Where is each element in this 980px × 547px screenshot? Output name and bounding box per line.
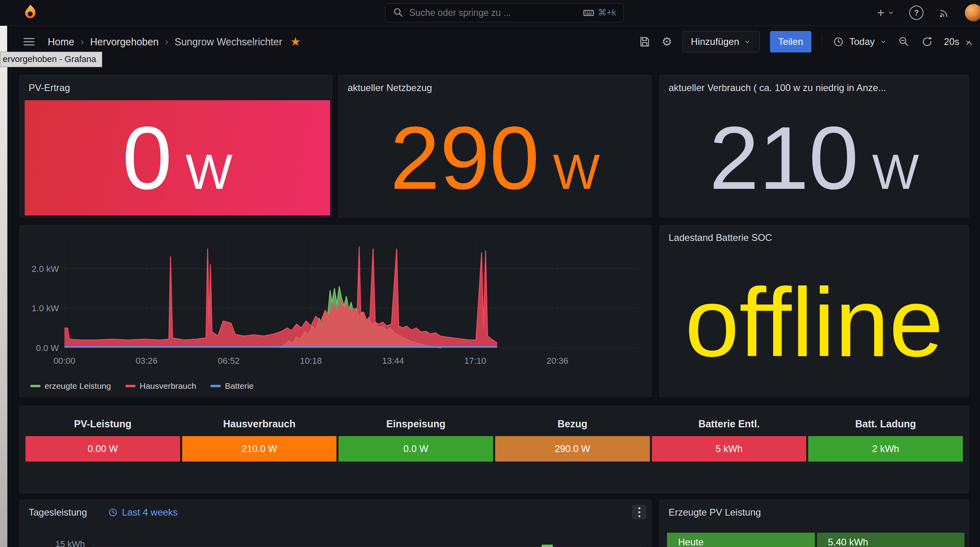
svg-text:17:10: 17:10 [464,356,486,366]
svg-text:13:44: 13:44 [382,356,404,366]
nav-actions: ⚙ Hinzufügen Teilen Today [638,31,972,52]
refresh-button[interactable] [921,35,933,48]
search-icon [393,7,404,19]
svg-text:06:52: 06:52 [218,356,240,366]
legend-item[interactable]: Hausverbrauch [125,381,196,391]
dashboard-nav-bar: Home›Hervorgehoben›Sungrow Wechselrichte… [7,25,980,58]
table-header-row: PV-LeistungHausverbrauchEinspeisungBezug… [25,418,963,430]
table-value-row: 0.00 W210.0 W0.0 W290.0 W5 kWh2 kWh [25,436,963,462]
panel-title[interactable]: aktueller Netzbezug [339,76,651,93]
panel-tagesleistung: Tagesleistung Last 4 weeks 15 kWh [19,500,651,547]
gear-icon: ⚙ [661,36,672,48]
background-window-edge [0,25,8,547]
panel-netzbezug: aktueller Netzbezug 290W [338,75,651,217]
table-column-header: Hausverbrauch [182,418,337,430]
y-axis-tick-label: 15 kWh [55,539,85,547]
table-column-header: Bezug [495,418,650,430]
table-value-cell: 290.0 W [495,436,650,462]
save-icon [638,35,651,48]
svg-text:20:36: 20:36 [546,356,568,366]
svg-text:03:26: 03:26 [136,356,158,366]
svg-text:00:00: 00:00 [53,356,75,366]
legend-swatch [125,385,136,387]
panel-title[interactable]: Tagesleistung [20,500,96,518]
refresh-icon [921,35,933,48]
favorite-star-icon[interactable]: ★ [290,36,301,48]
chart-legend: erzeugte LeistungHausverbrauchBatterie [30,381,254,391]
panel-menu-button[interactable] [632,505,646,519]
panel-batterie-soc: Ladestand Batterie SOC offline [659,225,969,397]
svg-text:10:18: 10:18 [300,356,322,366]
news-button[interactable] [938,6,951,19]
top-bar: Suche oder springe zu ... ⌘+k + ? [0,0,980,26]
stat-value: 0W [122,113,232,203]
top-bar-actions: + ? [877,0,976,25]
table-value-cell: 210.0 W [182,436,337,462]
row-label-cell: Heute [667,533,815,547]
rss-icon [938,6,951,19]
legend-swatch [30,385,41,387]
table-value-cell: 2 kWh [808,436,963,462]
table-column-header: Batterie Entl. [652,418,807,430]
table-column-header: Batt. Ladung [808,418,963,430]
timeseries-chart[interactable]: 0.0 W1.0 kW2.0 kW00:0003:2606:5210:1813:… [20,225,651,396]
table-column-header: PV-Leistung [25,418,180,430]
table-value-cell: 0.00 W [25,436,180,462]
time-range-picker[interactable]: Today [832,36,887,48]
breadcrumb-item[interactable]: Hervorgehoben [90,36,159,48]
plus-icon: + [877,6,885,19]
share-button[interactable]: Teilen [770,31,812,52]
panel-verbrauch: aktueller Verbrauch ( ca. 100 w zu niedr… [659,75,969,217]
panel-pv-ertrag: PV-Ertrag 0W [19,75,332,217]
user-avatar[interactable] [965,4,980,21]
chevron-up-icon [964,38,974,48]
add-panel-button[interactable]: Hinzufügen [682,31,759,52]
breadcrumb: Home›Hervorgehoben›Sungrow Wechselrichte… [48,36,282,48]
table-value-cell: 5 kWh [652,436,807,462]
stat-value: offline [685,274,943,371]
help-button[interactable]: ? [909,6,924,20]
legend-swatch [210,385,221,387]
chevron-down-icon [887,9,895,17]
chevron-down-icon [879,38,887,46]
search-shortcut: ⌘+k [583,7,616,19]
stat-value: 290W [390,113,600,203]
breadcrumb-item[interactable]: Home [48,36,74,48]
search-input[interactable]: Suche oder springe zu ... ⌘+k [385,3,624,22]
keyboard-icon [583,7,595,19]
add-menu-button[interactable]: + [877,6,895,19]
clock-icon [832,36,844,48]
save-dashboard-button[interactable] [638,35,651,48]
breadcrumb-separator: › [81,36,84,47]
svg-text:2.0 kW: 2.0 kW [32,264,59,274]
breadcrumb-separator: › [165,36,168,47]
zoom-out-button[interactable] [898,35,910,48]
panel-timeseries: 0.0 W1.0 kW2.0 kW00:0003:2606:5210:1813:… [19,225,651,397]
search-placeholder: Suche oder springe zu ... [409,8,578,18]
zoom-out-icon [898,35,910,48]
browser-tab-tooltip: ervorgehoben - Grafana [0,52,102,67]
clock-icon [108,507,118,518]
panel-title[interactable]: Erzeugte PV Leistung [660,500,968,518]
stat-background: 0W [25,100,330,215]
row-value-cell: 5.40 kWh [817,533,965,547]
panel-time-range-link[interactable]: Last 4 weeks [108,507,178,518]
dashboard-settings-button[interactable]: ⚙ [661,36,672,48]
menu-toggle-button[interactable] [22,35,36,48]
stat-value: 210W [709,113,919,203]
collapse-top-button[interactable] [964,38,974,50]
grafana-logo-icon[interactable] [21,4,40,22]
hamburger-icon [22,35,36,48]
breadcrumb-item[interactable]: Sungrow Wechselrichter [175,36,282,48]
panel-title[interactable]: PV-Ertrag [20,76,332,93]
legend-item[interactable]: erzeugte Leistung [30,381,111,391]
panel-title[interactable]: Ladestand Batterie SOC [660,225,968,243]
svg-text:0.0 W: 0.0 W [36,343,59,353]
grafana-window: Suche oder springe zu ... ⌘+k + ? [0,0,980,547]
legend-item[interactable]: Batterie [210,381,253,391]
bar-fragment [542,545,553,547]
legend-label: erzeugte Leistung [45,381,111,391]
panel-erzeugte-pv: Erzeugte PV Leistung Heute5.40 kWh [659,500,969,547]
panel-title[interactable]: aktueller Verbrauch ( ca. 100 w zu niedr… [660,76,968,93]
table-column-header: Einspeisung [338,418,493,430]
